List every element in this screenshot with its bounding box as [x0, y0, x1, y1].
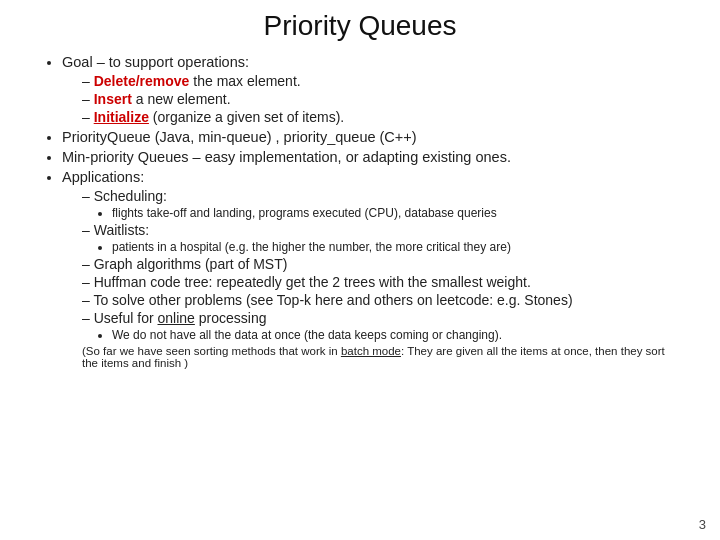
batch-mode-underline: batch mode: [341, 345, 401, 357]
bullet-app-label: Applications:: [62, 169, 144, 185]
batch-note: (So far we have seen sorting methods tha…: [82, 345, 680, 369]
waitlists-label: Waitlists:: [94, 222, 149, 238]
main-list: Goal – to support operations: Delete/rem…: [40, 54, 680, 369]
bullet-applications: Applications: Scheduling: flights take-o…: [62, 169, 680, 369]
initialize-label: Initialize: [94, 109, 149, 125]
applications-sublist: Scheduling: flights take-off and landing…: [62, 188, 680, 342]
bullet-mp-label: Min-priority Queues – easy implementatio…: [62, 149, 511, 165]
waitlists-item: patients in a hospital (e.g. the higher …: [112, 240, 680, 254]
bullet-minpriority: Min-priority Queues – easy implementatio…: [62, 149, 680, 165]
online-suffix: processing: [195, 310, 267, 326]
goal-sublist: Delete/remove the max element. Insert a …: [62, 73, 680, 125]
dash-waitlists: Waitlists: patients in a hospital (e.g. …: [82, 222, 680, 254]
dash-huffman: Huffman code tree: repeatedly get the 2 …: [82, 274, 680, 290]
dash-delete: Delete/remove the max element.: [82, 73, 680, 89]
page-number: 3: [699, 517, 706, 532]
scheduling-item: flights take-off and landing, programs e…: [112, 206, 680, 220]
dash-insert: Insert a new element.: [82, 91, 680, 107]
insert-rest: a new element.: [132, 91, 231, 107]
bullet-goal-label: Goal – to support operations:: [62, 54, 249, 70]
bullet-goal: Goal – to support operations: Delete/rem…: [62, 54, 680, 125]
online-underline: online: [158, 310, 195, 326]
dash-initialize: Initialize (organize a given set of item…: [82, 109, 680, 125]
bullet-pq-label: PriorityQueue (Java, min-queue) , priori…: [62, 129, 417, 145]
delete-label: Delete/remove: [94, 73, 190, 89]
scheduling-bullets: flights take-off and landing, programs e…: [82, 206, 680, 220]
slide-container: Priority Queues Goal – to support operat…: [0, 0, 720, 540]
waitlists-bullets: patients in a hospital (e.g. the higher …: [82, 240, 680, 254]
other-label: To solve other problems (see Top-k here …: [93, 292, 572, 308]
dash-other: To solve other problems (see Top-k here …: [82, 292, 680, 308]
scheduling-label: Scheduling:: [94, 188, 167, 204]
bullet-priorityqueue: PriorityQueue (Java, min-queue) , priori…: [62, 129, 680, 145]
online-bullets: We do not have all the data at once (the…: [82, 328, 680, 342]
huffman-label: Huffman code tree: repeatedly get the 2 …: [94, 274, 531, 290]
slide-title: Priority Queues: [40, 10, 680, 42]
online-item: We do not have all the data at once (the…: [112, 328, 680, 342]
initialize-rest: (organize a given set of items).: [149, 109, 344, 125]
graph-label: Graph algorithms (part of MST): [94, 256, 288, 272]
dash-graph: Graph algorithms (part of MST): [82, 256, 680, 272]
dash-scheduling: Scheduling: flights take-off and landing…: [82, 188, 680, 220]
delete-rest: the max element.: [189, 73, 300, 89]
online-prefix: Useful for: [94, 310, 158, 326]
dash-online: Useful for online processing We do not h…: [82, 310, 680, 342]
insert-label: Insert: [94, 91, 132, 107]
